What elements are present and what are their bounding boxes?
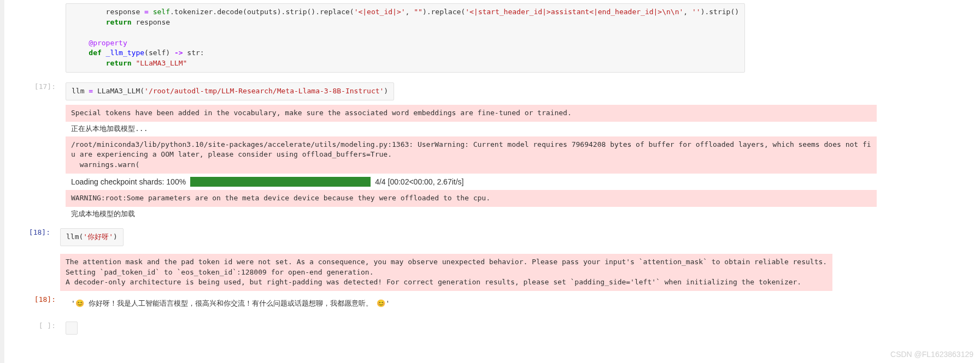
stderr-output: The attention mask and the pad token id … bbox=[60, 254, 832, 291]
code-cell-18[interactable]: llm('你好呀') bbox=[60, 228, 124, 246]
code-cell-17[interactable]: llm = LLaMA3_LLM('/root/autodl-tmp/LLM-R… bbox=[66, 82, 394, 100]
code-line: return "LLaMA3_LLM" bbox=[72, 59, 187, 67]
progress-row: Loading checkpoint shards: 100% 4/4 [00:… bbox=[66, 175, 877, 189]
prompt-empty-top bbox=[16, 0, 60, 76]
code-line: @property bbox=[72, 39, 127, 47]
stderr-output: WARNING:root:Some parameters are on the … bbox=[66, 190, 877, 207]
stderr-output: /root/miniconda3/lib/python3.10/site-pac… bbox=[66, 136, 877, 174]
code-line: return response bbox=[72, 18, 170, 26]
output-prompt-blank bbox=[11, 249, 55, 293]
execute-result: '😊 你好呀！我是人工智能语言模型，很高兴和你交流！有什么问题或话题想聊，我都愿… bbox=[66, 295, 395, 312]
input-prompt-empty: [ ]: bbox=[16, 318, 60, 338]
code-cell-top[interactable]: response = self.tokenizer.decode(outputs… bbox=[66, 3, 745, 73]
progress-label: Loading checkpoint shards: 100% bbox=[71, 177, 186, 186]
gutter bbox=[0, 0, 4, 363]
output-prompt-17 bbox=[16, 104, 60, 221]
stderr-output: Special tokens have been added in the vo… bbox=[66, 105, 877, 122]
output-prompt-18: [18]: bbox=[16, 292, 60, 315]
watermark: CSDN @FL1623863129 bbox=[890, 350, 973, 359]
code-cell-empty[interactable] bbox=[66, 322, 78, 335]
input-prompt-18: [18]: bbox=[11, 225, 55, 249]
stdout-output: 正在从本地加载模型... bbox=[66, 123, 877, 135]
code-line: def _llm_type(self) -> str: bbox=[72, 49, 204, 57]
stdout-output: 完成本地模型的加载 bbox=[66, 208, 877, 221]
progress-bar bbox=[190, 177, 371, 187]
input-prompt-17: [17]: bbox=[16, 79, 60, 104]
progress-meta: 4/4 [00:02<00:00, 2.67it/s] bbox=[375, 177, 463, 186]
code-line: response = self.tokenizer.decode(outputs… bbox=[72, 8, 739, 16]
